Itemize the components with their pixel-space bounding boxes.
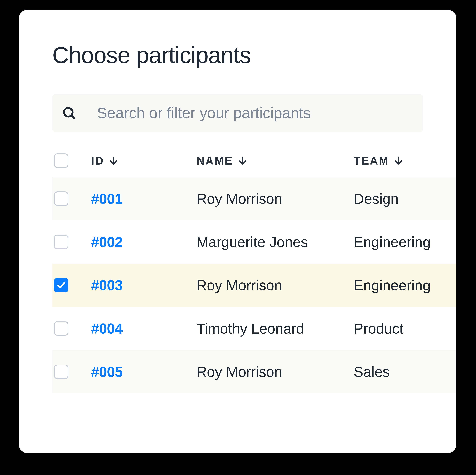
row-select-cell bbox=[52, 191, 91, 206]
column-header-select bbox=[52, 153, 91, 168]
svg-line-1 bbox=[71, 115, 74, 118]
table-header-row: ID NAME TEAM bbox=[52, 153, 456, 177]
table-row[interactable]: #005Roy MorrisonSales bbox=[52, 350, 456, 393]
search-icon bbox=[62, 106, 76, 120]
column-header-team-label: TEAM bbox=[354, 154, 389, 167]
cell-id[interactable]: #001 bbox=[91, 190, 196, 207]
cell-id[interactable]: #005 bbox=[91, 364, 196, 380]
cell-team: Product bbox=[354, 320, 456, 337]
row-checkbox[interactable] bbox=[54, 365, 68, 379]
cell-name: Marguerite Jones bbox=[196, 234, 354, 250]
row-select-cell bbox=[52, 321, 91, 336]
table-row[interactable]: #003Roy MorrisonEngineering bbox=[52, 264, 456, 307]
table-row[interactable]: #001Roy MorrisonDesign bbox=[52, 177, 456, 220]
row-select-cell bbox=[52, 235, 91, 249]
arrow-down-icon bbox=[393, 156, 404, 166]
arrow-down-icon bbox=[238, 156, 248, 166]
row-select-cell bbox=[52, 278, 91, 292]
choose-participants-dialog: Choose participants ID bbox=[19, 10, 456, 453]
participants-table: ID NAME TEAM #00 bbox=[52, 153, 456, 393]
cell-name: Roy Morrison bbox=[196, 190, 354, 207]
cell-team: Engineering bbox=[354, 277, 456, 294]
row-select-cell bbox=[52, 365, 91, 379]
cell-id[interactable]: #002 bbox=[91, 234, 196, 250]
cell-team: Sales bbox=[354, 364, 456, 380]
dialog-title: Choose participants bbox=[52, 42, 423, 68]
arrow-down-icon bbox=[108, 156, 119, 166]
column-header-id[interactable]: ID bbox=[91, 154, 196, 167]
cell-id[interactable]: #004 bbox=[91, 320, 196, 337]
row-checkbox[interactable] bbox=[54, 278, 68, 292]
search-bar[interactable] bbox=[52, 94, 423, 132]
column-header-id-label: ID bbox=[91, 154, 104, 167]
cell-name: Roy Morrison bbox=[196, 364, 354, 380]
cell-team: Engineering bbox=[354, 234, 456, 250]
search-input[interactable] bbox=[97, 104, 414, 122]
table-row[interactable]: #004Timothy LeonardProduct bbox=[52, 307, 456, 350]
table-body: #001Roy MorrisonDesign#002Marguerite Jon… bbox=[52, 177, 456, 393]
cell-team: Design bbox=[354, 190, 456, 207]
row-checkbox[interactable] bbox=[54, 191, 68, 206]
select-all-checkbox[interactable] bbox=[54, 153, 68, 168]
table-row[interactable]: #002Marguerite JonesEngineering bbox=[52, 220, 456, 264]
row-checkbox[interactable] bbox=[54, 235, 68, 249]
column-header-team[interactable]: TEAM bbox=[354, 154, 456, 167]
column-header-name-label: NAME bbox=[196, 154, 233, 167]
row-checkbox[interactable] bbox=[54, 321, 68, 336]
cell-id[interactable]: #003 bbox=[91, 277, 196, 294]
cell-name: Roy Morrison bbox=[196, 277, 354, 294]
cell-name: Timothy Leonard bbox=[196, 320, 354, 337]
column-header-name[interactable]: NAME bbox=[196, 154, 354, 167]
